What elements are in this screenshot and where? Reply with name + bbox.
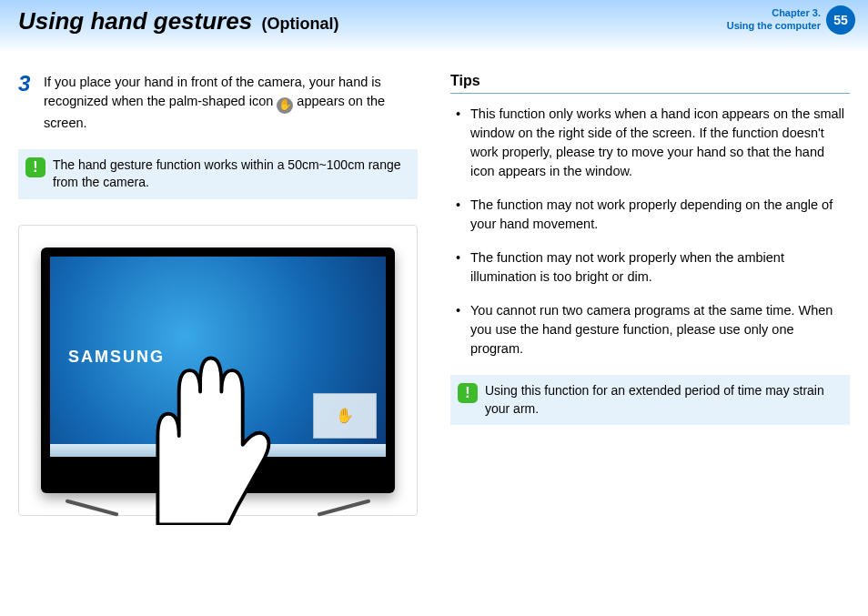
right-column: Tips This function only works when a han… xyxy=(450,73,850,516)
list-item: You cannot run two camera programs at th… xyxy=(450,301,850,358)
list-item: The function may not work properly when … xyxy=(450,248,850,287)
strain-note-text: Using this function for an extended peri… xyxy=(485,382,841,418)
monitor-stand-left xyxy=(66,499,119,516)
content-area: 3 If you place your hand in front of the… xyxy=(0,53,868,516)
step-block: 3 If you place your hand in front of the… xyxy=(18,73,418,133)
alert-icon: ! xyxy=(25,157,45,177)
hand-overlay-window: ✋ xyxy=(313,393,377,439)
chapter-label: Chapter 3. Using the computer xyxy=(727,7,821,33)
chapter-line-2: Using the computer xyxy=(727,20,821,33)
palm-icon: ✋ xyxy=(277,97,293,114)
list-item: The function may not work properly depen… xyxy=(450,196,850,234)
header-right: Chapter 3. Using the computer 55 xyxy=(727,5,855,35)
list-item: This function only works when a hand ico… xyxy=(450,105,850,181)
monitor-stand-right xyxy=(318,499,371,516)
tips-list: This function only works when a hand ico… xyxy=(450,105,850,358)
page-header: Using hand gestures (Optional) Chapter 3… xyxy=(0,0,868,53)
page-number-badge: 55 xyxy=(826,5,855,35)
range-note-text: The hand gesture function works within a… xyxy=(53,157,409,192)
tips-heading: Tips xyxy=(450,73,850,94)
page-title-optional: (Optional) xyxy=(262,15,339,33)
range-note: ! The hand gesture function works within… xyxy=(18,149,418,199)
left-column: 3 If you place your hand in front of the… xyxy=(18,73,418,516)
chapter-line-1: Chapter 3. xyxy=(727,7,821,20)
step-text: If you place your hand in front of the c… xyxy=(44,73,418,133)
illustration-figure: SAMSUNG ✋ xyxy=(18,225,418,516)
strain-note: ! Using this function for an extended pe… xyxy=(450,375,850,425)
step-number: 3 xyxy=(18,73,35,133)
alert-icon: ! xyxy=(458,383,478,403)
hand-icon xyxy=(123,312,282,524)
page-title: Using hand gestures xyxy=(18,7,252,35)
